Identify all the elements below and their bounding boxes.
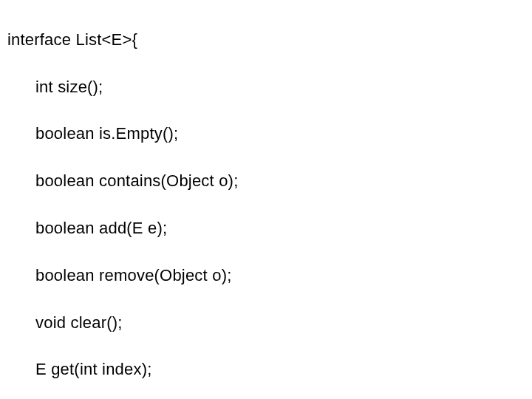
- code-line: int size();: [7, 75, 532, 99]
- code-line: boolean remove(Object o);: [7, 264, 532, 287]
- code-line: boolean contains(Object o);: [7, 169, 532, 193]
- code-line: boolean add(E e);: [7, 216, 532, 240]
- code-line: E get(int index);: [7, 358, 532, 381]
- code-line: void clear();: [7, 311, 532, 335]
- code-block: interface List<E>{ int size(); boolean i…: [0, 0, 532, 399]
- code-line-open: interface List<E>{: [7, 28, 532, 52]
- code-line: boolean is.Empty();: [7, 122, 532, 146]
